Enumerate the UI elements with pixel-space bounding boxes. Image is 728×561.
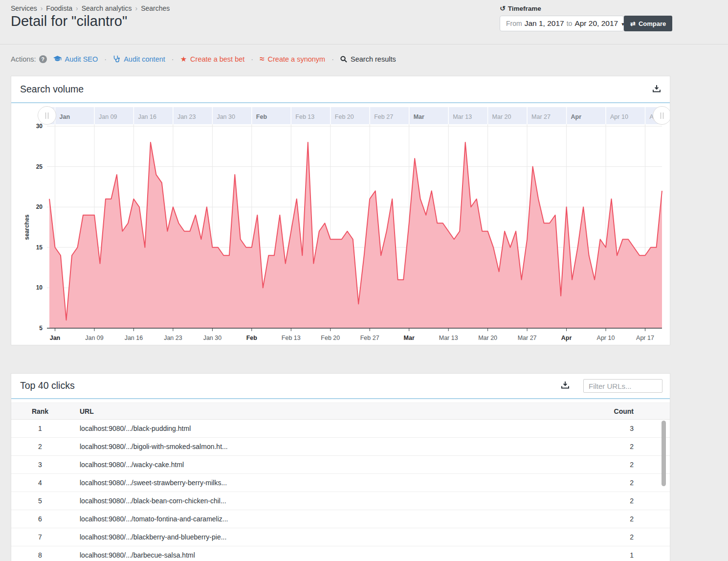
rank-cell: 4	[11, 474, 69, 492]
count-cell: 2	[567, 438, 670, 456]
scrollbar-thumb[interactable]	[662, 421, 666, 486]
count-cell: 2	[567, 474, 670, 492]
timeframe-select[interactable]: FromJan 1, 2017toApr 20, 2017▾	[500, 16, 624, 31]
x-axis-tick-label: Feb 20	[321, 335, 340, 341]
range-strip-label: Feb 20	[335, 113, 354, 120]
actions-row: Actions: ? Audit SEO · Audit content · ★…	[11, 55, 396, 63]
range-strip-label: Jan 23	[177, 113, 196, 120]
url-cell[interactable]: localhost:9080/.../tomato-fontina-and-ca…	[69, 510, 567, 528]
breadcrumb-separator: ›	[41, 4, 43, 12]
y-axis-tick-label: 15	[36, 244, 43, 251]
range-strip-label: Mar 27	[531, 113, 551, 120]
action-create-best-bet[interactable]: ★ Create a best bet	[180, 55, 245, 63]
range-strip-label: Feb	[256, 113, 267, 120]
range-strip-label: Jan 16	[138, 113, 156, 120]
range-strip-label: Mar 20	[492, 113, 511, 120]
table-row: 4localhost:9080/.../sweet-strawberry-ber…	[11, 474, 670, 492]
panel-title: Search volume	[20, 84, 84, 95]
search-volume-chart: 51015202530searchesJanJanJan 09Jan 09Jan…	[11, 76, 670, 345]
area-series	[49, 142, 662, 328]
search-icon	[340, 56, 347, 63]
column-header-url: URL	[69, 403, 567, 420]
action-search-results[interactable]: Search results	[340, 55, 396, 63]
approx-icon: ≈	[260, 55, 264, 63]
timeframe-label: Timeframe	[508, 5, 541, 12]
page: Services›Foodista›Search analytics›Searc…	[0, 0, 728, 561]
compare-icon: ⇄	[630, 20, 636, 27]
range-strip-label: Mar	[414, 113, 424, 120]
right-range-handle[interactable]	[653, 107, 670, 125]
action-audit-content[interactable]: Audit content	[113, 55, 165, 63]
compare-label: Compare	[639, 20, 666, 27]
action-create-synonym[interactable]: ≈ Create a synonym	[260, 55, 325, 63]
panel-title: Top 40 clicks	[20, 380, 75, 391]
x-axis-tick-label: Jan 30	[203, 335, 222, 341]
breadcrumb-item[interactable]: Search analytics	[82, 4, 132, 12]
clicks-table: Rank URL Count 1localhost:9080/.../black…	[11, 403, 670, 561]
url-cell[interactable]: localhost:9080/.../black-bean-corn-chick…	[69, 492, 567, 510]
download-button[interactable]	[561, 381, 569, 389]
breadcrumb-separator: ›	[76, 4, 78, 12]
url-cell[interactable]: localhost:9080/.../bigoli-with-smoked-sa…	[69, 438, 567, 456]
table-row: 5localhost:9080/.../black-bean-corn-chic…	[11, 492, 670, 510]
range-strip-label: Apr	[571, 113, 582, 120]
x-axis-tick-label: Feb 13	[282, 335, 301, 341]
search-volume-header: Search volume	[11, 76, 670, 103]
x-axis-tick-label: Apr 17	[636, 335, 654, 341]
y-axis-tick-label: 30	[36, 123, 43, 130]
range-handle-circle	[38, 107, 56, 125]
table-row: 7localhost:9080/.../blackberry-and-blueb…	[11, 528, 670, 546]
breadcrumb-item[interactable]: Searches	[141, 4, 170, 12]
table-row: 1localhost:9080/.../black-pudding.html3	[11, 420, 670, 438]
range-strip-label: Feb 27	[374, 113, 393, 120]
compare-button[interactable]: ⇄ Compare	[624, 16, 672, 31]
url-cell[interactable]: localhost:9080/.../wacky-cake.html	[69, 456, 567, 474]
breadcrumb-item[interactable]: Services	[11, 4, 37, 12]
help-icon[interactable]: ?	[39, 55, 47, 63]
search-volume-panel: Search volume 51015202530searchesJanJanJ…	[11, 76, 670, 345]
column-header-rank: Rank	[11, 403, 69, 420]
rank-cell: 3	[11, 456, 69, 474]
download-button[interactable]	[653, 85, 661, 92]
page-title: Detail for "cilantro"	[11, 13, 127, 29]
table-header-row: Rank URL Count	[11, 403, 670, 420]
download-icon	[653, 85, 661, 92]
table-row: 6localhost:9080/.../tomato-fontina-and-c…	[11, 510, 670, 528]
breadcrumb-separator: ›	[135, 4, 137, 12]
url-cell[interactable]: localhost:9080/.../black-pudding.html	[69, 420, 567, 438]
breadcrumb-item[interactable]: Foodista	[46, 4, 72, 12]
star-icon: ★	[180, 55, 187, 63]
x-axis-tick-label: Feb	[246, 335, 258, 341]
header-divider	[0, 44, 728, 45]
y-axis-tick-label: 20	[36, 203, 43, 210]
separator-dot: ·	[104, 55, 107, 63]
range-strip-label: Feb 13	[295, 113, 314, 120]
url-cell[interactable]: localhost:9080/.../blackberry-and-bluebe…	[69, 528, 567, 546]
action-label: Create a best bet	[190, 55, 244, 63]
table-row: 2localhost:9080/.../bigoli-with-smoked-s…	[11, 438, 670, 456]
count-cell: 2	[567, 492, 670, 510]
timeframe-from-word: From	[506, 20, 522, 27]
x-axis-tick-label: Feb 27	[360, 335, 379, 341]
table-row: 8localhost:9080/.../barbecue-salsa.html1	[11, 546, 670, 561]
count-cell: 3	[567, 420, 670, 438]
url-cell[interactable]: localhost:9080/.../barbecue-salsa.html	[69, 546, 567, 561]
timeframe-heading: ↺Timeframe	[500, 4, 670, 12]
x-axis-tick-label: Mar	[404, 335, 415, 341]
filter-urls-input[interactable]	[583, 379, 662, 393]
count-cell: 1	[567, 546, 670, 561]
rank-cell: 1	[11, 420, 69, 438]
left-range-handle[interactable]	[38, 107, 56, 125]
timeframe-from-date: Jan 1, 2017	[525, 19, 564, 27]
timeframe-section: ↺Timeframe FromJan 1, 2017toApr 20, 2017…	[500, 4, 670, 31]
separator-dot: ·	[172, 55, 174, 63]
url-cell[interactable]: localhost:9080/.../sweet-strawberry-berr…	[69, 474, 567, 492]
count-cell: 2	[567, 528, 670, 546]
table-scrollbar[interactable]	[661, 419, 667, 561]
stethoscope-icon	[113, 55, 120, 63]
action-audit-seo[interactable]: Audit SEO	[53, 55, 98, 63]
rank-cell: 8	[11, 546, 69, 561]
x-axis-tick-label: Apr	[561, 335, 572, 341]
y-axis-tick-label: 25	[36, 163, 43, 170]
top-clicks-header: Top 40 clicks	[11, 374, 670, 399]
